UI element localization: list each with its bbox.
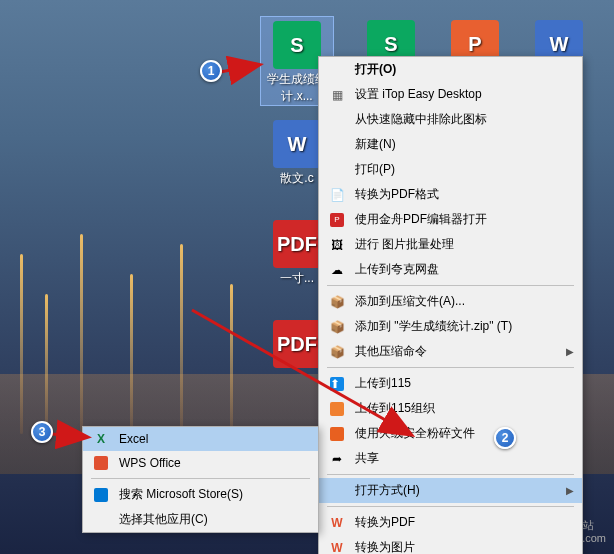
menu-separator <box>91 478 310 479</box>
menu-add-archive[interactable]: 📦 添加到压缩文件(A)... <box>319 289 582 314</box>
itop-icon: ▦ <box>327 87 347 103</box>
submenu-wps[interactable]: WPS Office <box>83 451 318 475</box>
menu-new[interactable]: 新建(N) <box>319 132 582 157</box>
menu-separator <box>327 285 574 286</box>
image-icon: 🖼 <box>327 237 347 253</box>
context-menu-main: 打开(O) ▦ 设置 iTop Easy Desktop 从快速隐藏中排除此图标… <box>318 56 583 554</box>
submenu-search-store[interactable]: 搜索 Microsoft Store(S) <box>83 482 318 507</box>
menu-open[interactable]: 打开(O) <box>319 57 582 82</box>
wps-icon: W <box>327 540 347 555</box>
zip-icon: 📦 <box>327 319 347 335</box>
spreadsheet-icon: S <box>273 21 321 69</box>
menu-image-batch[interactable]: 🖼 进行 图片批量处理 <box>319 232 582 257</box>
pdf-icon: PDF <box>273 320 321 368</box>
excel-icon: X <box>91 431 111 447</box>
115-icon: ⬆ <box>327 376 347 392</box>
page-icon: 📄 <box>327 187 347 203</box>
blank-icon <box>327 62 347 78</box>
submenu-excel[interactable]: X Excel <box>83 427 318 451</box>
share-icon: ➦ <box>327 451 347 467</box>
menu-add-zip-named[interactable]: 📦 添加到 "学生成绩统计.zip" (T) <box>319 314 582 339</box>
menu-separator <box>327 506 574 507</box>
annotation-marker-1: 1 <box>200 60 222 82</box>
word-icon: W <box>273 120 321 168</box>
blank-icon <box>327 162 347 178</box>
menu-share[interactable]: ➦ 共享 <box>319 446 582 471</box>
menu-upload-115[interactable]: ⬆ 上传到115 <box>319 371 582 396</box>
submenu-choose-other[interactable]: 选择其他应用(C) <box>83 507 318 532</box>
context-menu-open-with: X Excel WPS Office 搜索 Microsoft Store(S)… <box>82 426 319 533</box>
blank-icon <box>91 512 111 528</box>
menu-separator <box>327 474 574 475</box>
pdf-icon: PDF <box>273 220 321 268</box>
pdf-editor-icon: P <box>327 212 347 228</box>
cloud-icon: ☁ <box>327 262 347 278</box>
menu-exclude-hide[interactable]: 从快速隐藏中排除此图标 <box>319 107 582 132</box>
submenu-arrow-icon: ▶ <box>566 485 574 496</box>
wps-office-icon <box>91 455 111 471</box>
annotation-marker-3: 3 <box>31 421 53 443</box>
menu-separator <box>327 367 574 368</box>
blank-icon <box>327 483 347 499</box>
menu-huorong-shred[interactable]: 使用火绒安全粉碎文件 <box>319 421 582 446</box>
menu-convert-pdf2[interactable]: W 转换为PDF <box>319 510 582 535</box>
menu-print[interactable]: 打印(P) <box>319 157 582 182</box>
annotation-marker-2: 2 <box>494 427 516 449</box>
huorong-icon <box>327 426 347 442</box>
menu-convert-image[interactable]: W 转换为图片 <box>319 535 582 554</box>
ms-store-icon <box>91 487 111 503</box>
wps-icon: W <box>327 515 347 531</box>
menu-upload-115-org[interactable]: 上传到115组织 <box>319 396 582 421</box>
menu-open-with[interactable]: 打开方式(H) ▶ <box>319 478 582 503</box>
menu-itop[interactable]: ▦ 设置 iTop Easy Desktop <box>319 82 582 107</box>
submenu-arrow-icon: ▶ <box>566 346 574 357</box>
zip-icon: 📦 <box>327 294 347 310</box>
blank-icon <box>327 137 347 153</box>
zip-icon: 📦 <box>327 344 347 360</box>
115-org-icon <box>327 401 347 417</box>
menu-other-compress[interactable]: 📦 其他压缩命令 ▶ <box>319 339 582 364</box>
menu-jinzhou-pdf[interactable]: P 使用金舟PDF编辑器打开 <box>319 207 582 232</box>
blank-icon <box>327 112 347 128</box>
menu-convert-pdf[interactable]: 📄 转换为PDF格式 <box>319 182 582 207</box>
menu-quark-upload[interactable]: ☁ 上传到夸克网盘 <box>319 257 582 282</box>
